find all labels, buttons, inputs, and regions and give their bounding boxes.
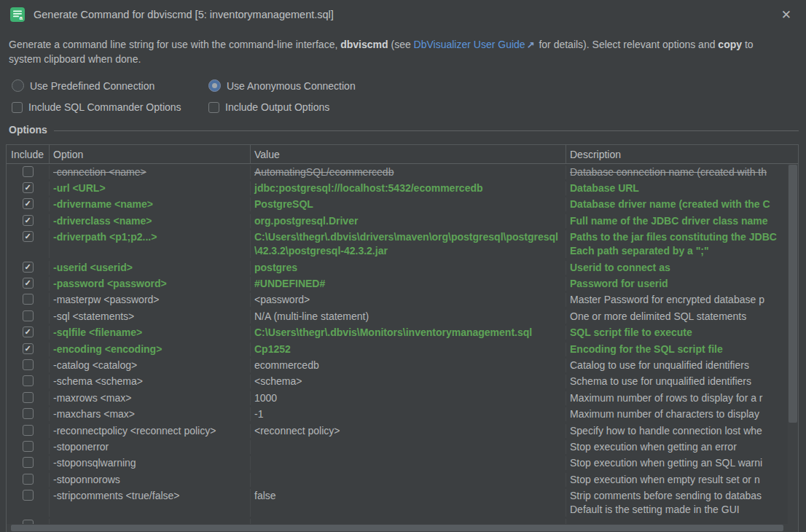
- vertical-scrollbar-thumb[interactable]: [789, 165, 797, 423]
- table-row[interactable]: -stoponnorows Stop execution when empty …: [7, 472, 789, 488]
- option-cell: -schema <schema>: [49, 375, 250, 388]
- option-cell: -sqlfile <filename>: [49, 326, 250, 340]
- table-row[interactable]: -maxrows <max> 1000 Maximum number of ro…: [7, 390, 789, 406]
- table-row[interactable]: -sql <statements> N/A (multi-line statem…: [7, 308, 789, 324]
- table-row[interactable]: -catalog <catalog> ecommercedb Catalog t…: [7, 357, 789, 373]
- table-row[interactable]: ✓ -userid <userid> postgres Userid to co…: [7, 259, 789, 275]
- option-cell: -url <URL>: [49, 181, 250, 195]
- include-checkbox[interactable]: ✓: [23, 343, 34, 354]
- include-checkbox[interactable]: [23, 166, 34, 177]
- description-cell: Password for userid: [566, 277, 789, 291]
- include-checkbox[interactable]: ✓: [23, 231, 34, 242]
- close-icon[interactable]: ✕: [777, 7, 796, 23]
- table-row-partial[interactable]: [7, 518, 789, 524]
- options-table-body: -connection <name> AutomatingSQL/ecommer…: [7, 164, 789, 524]
- option-cell: -userid <userid>: [49, 261, 250, 275]
- value-cell: org.postgresql.Driver: [250, 214, 566, 228]
- include-options-group: Include SQL Commander Options Include Ou…: [12, 101, 329, 113]
- horizontal-scrollbar[interactable]: [7, 524, 788, 532]
- include-checkbox[interactable]: ✓: [23, 198, 34, 209]
- description-cell: Catalog to use for unqualified identifie…: [566, 359, 789, 372]
- option-cell: -catalog <catalog>: [49, 359, 250, 372]
- description-cell: Full name of the JDBC driver class name: [566, 214, 789, 228]
- description-cell: Encoding for the SQL script file: [566, 343, 789, 356]
- radio-use-anonymous-connection[interactable]: Use Anonymous Connection: [208, 79, 356, 92]
- options-section-header: Options: [9, 124, 799, 136]
- option-cell: -stoponerror: [49, 440, 250, 454]
- radio-icon-predefined[interactable]: [12, 79, 24, 92]
- intro-part3: for details). Select relevant options an…: [536, 39, 719, 50]
- intro-dbviscmd: dbviscmd: [340, 39, 388, 50]
- checkbox-include-sql-commander[interactable]: Include SQL Commander Options: [12, 101, 208, 113]
- include-checkbox[interactable]: ✓: [23, 215, 34, 226]
- value-cell: [250, 440, 566, 454]
- option-cell: -sql <statements>: [49, 310, 250, 324]
- radio-use-predefined-connection[interactable]: Use Predefined Connection: [12, 79, 208, 92]
- table-row[interactable]: -stoponerror Stop execution when getting…: [7, 439, 789, 455]
- radio-label-anonymous: Use Anonymous Connection: [227, 80, 356, 92]
- include-checkbox[interactable]: [23, 457, 34, 468]
- include-checkbox[interactable]: [23, 490, 34, 501]
- intro-copy: copy: [718, 39, 742, 50]
- include-checkbox[interactable]: ✓: [23, 326, 34, 337]
- checkbox-icon-sql-commander[interactable]: [12, 102, 23, 113]
- table-row[interactable]: -masterpw <password> <password> Master P…: [7, 292, 789, 308]
- value-cell: N/A (multi-line statement): [250, 310, 566, 324]
- include-checkbox[interactable]: ✓: [23, 262, 34, 273]
- include-checkbox[interactable]: ✓: [23, 182, 34, 193]
- description-cell: One or more delimited SQL statements: [566, 310, 789, 324]
- include-checkbox[interactable]: [23, 474, 34, 485]
- connection-radio-group: Use Predefined Connection Use Anonymous …: [12, 79, 356, 92]
- options-divider: [54, 130, 799, 131]
- option-cell: -stripcomments <true/false>: [49, 489, 250, 517]
- value-cell: [250, 473, 566, 487]
- user-guide-link[interactable]: DbVisualizer User Guide: [414, 39, 525, 50]
- table-row[interactable]: ✓ -password <password> #UNDEFINED# Passw…: [7, 275, 789, 292]
- horizontal-scrollbar-thumb[interactable]: [11, 525, 783, 531]
- radio-icon-anonymous[interactable]: [208, 79, 221, 92]
- column-header-include[interactable]: Include: [7, 145, 49, 163]
- include-checkbox[interactable]: [23, 441, 34, 452]
- external-link-icon: ↗: [525, 39, 536, 50]
- include-checkbox[interactable]: ✓: [23, 278, 34, 289]
- value-cell: <schema>: [250, 375, 566, 388]
- table-row[interactable]: ✓ -encoding <encoding> Cp1252 Encoding f…: [7, 341, 789, 357]
- scrollbar-corner: [788, 524, 798, 532]
- table-row[interactable]: ✓ -sqlfile <filename> C:\Users\thegr\.db…: [7, 325, 789, 341]
- column-header-description[interactable]: Description: [566, 145, 789, 163]
- value-cell: false: [250, 489, 566, 517]
- option-cell: -stoponsqlwarning: [49, 456, 250, 470]
- option-cell: -encoding <encoding>: [49, 343, 250, 356]
- table-row[interactable]: -stoponsqlwarning Stop execution when ge…: [7, 455, 789, 472]
- table-row[interactable]: ✓ -driverpath <p1;p2...> C:\Users\thegr\…: [7, 230, 789, 259]
- option-cell: -masterpw <password>: [49, 293, 250, 307]
- vertical-scrollbar[interactable]: [788, 164, 798, 524]
- include-checkbox[interactable]: [23, 408, 34, 419]
- checkbox-icon-output[interactable]: [208, 102, 219, 113]
- include-checkbox[interactable]: [23, 392, 34, 403]
- description-cell: Stop execution when getting an error: [566, 440, 789, 454]
- table-row[interactable]: -stripcomments <true/false> false Strip …: [7, 488, 789, 517]
- value-cell: [250, 456, 566, 470]
- table-row[interactable]: ✓ -drivername <name> PostgreSQL Database…: [7, 197, 789, 213]
- table-row[interactable]: -schema <schema> <schema> Schema to use …: [7, 374, 789, 390]
- option-cell: -password <password>: [49, 277, 250, 291]
- include-checkbox[interactable]: [23, 425, 34, 436]
- include-checkbox[interactable]: [23, 375, 34, 386]
- description-cell: Database driver name (created with the C: [566, 197, 789, 211]
- table-row[interactable]: -reconnectpolicy <reconnect policy> <rec…: [7, 423, 789, 439]
- include-checkbox[interactable]: [23, 294, 34, 305]
- table-row[interactable]: -maxchars <max> -1 Maximum number of cha…: [7, 406, 789, 422]
- table-row[interactable]: ✓ -driverclass <name> org.postgresql.Dri…: [7, 213, 789, 229]
- description-cell: Database URL: [566, 181, 789, 195]
- include-checkbox[interactable]: [23, 359, 34, 370]
- include-checkbox[interactable]: [23, 310, 34, 321]
- option-cell: -driverclass <name>: [49, 214, 250, 228]
- table-row[interactable]: -connection <name> AutomatingSQL/ecommer…: [7, 164, 789, 180]
- column-header-option[interactable]: Option: [49, 145, 250, 163]
- description-cell: Database connection name (created with t…: [566, 165, 789, 179]
- radio-label-predefined: Use Predefined Connection: [30, 80, 154, 92]
- checkbox-include-output[interactable]: Include Output Options: [208, 101, 329, 113]
- table-row[interactable]: ✓ -url <URL> jdbc:postgresql://localhost…: [7, 180, 789, 196]
- column-header-value[interactable]: Value: [250, 145, 566, 163]
